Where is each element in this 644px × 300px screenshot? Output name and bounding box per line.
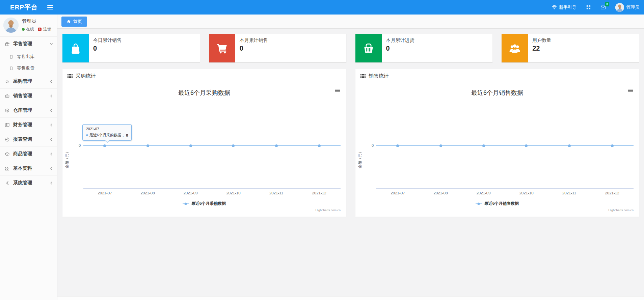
sidebar-item-warehouse[interactable]: 仓库管理 <box>0 103 57 117</box>
sidebar-item-label: 基本资料 <box>13 165 32 171</box>
box-icon <box>4 152 10 157</box>
sidebar-username: 管理员 <box>22 18 51 24</box>
sidebar-item-system[interactable]: 系统管理 <box>0 175 57 190</box>
highcharts-credit[interactable]: Highcharts.com.cn <box>608 209 634 212</box>
data-point[interactable] <box>568 144 571 147</box>
sales-stats-panel: 销售统计 最近6个月销售数据 金额（元） 0 <box>355 69 639 217</box>
purchase-stats-panel: 采购统计 最近6个月采购数据 金额（元） 0 <box>62 69 346 217</box>
repeat-icon <box>4 79 10 84</box>
grid-icon <box>4 166 10 171</box>
tab-home[interactable]: 首页 <box>61 17 87 27</box>
stat-value: 0 <box>240 45 268 52</box>
legend-item-sales[interactable]: 最近6个月销售数据 <box>355 201 639 207</box>
layers-icon <box>4 108 10 113</box>
data-point[interactable] <box>275 144 278 147</box>
sidebar-item-reports[interactable]: 报表查询 <box>0 132 57 146</box>
sidebar-item-label: 报表查询 <box>13 136 32 142</box>
x-tick-label: 2021-07 <box>391 191 405 195</box>
data-point[interactable] <box>318 144 321 147</box>
file-icon <box>8 55 14 59</box>
online-status-label: 在线 <box>26 26 34 32</box>
x-tick-label: 2021-10 <box>226 191 240 195</box>
sidebar-item-label: 系统管理 <box>13 180 32 186</box>
fullscreen-button[interactable] <box>581 0 596 15</box>
data-point[interactable] <box>439 144 442 147</box>
sidebar-item-label: 商品管理 <box>13 151 32 157</box>
legend-marker <box>183 203 189 204</box>
sidebar-subitem-label: 零售出库 <box>17 54 34 60</box>
th-grid-icon <box>360 74 366 78</box>
series-marker-dot <box>86 134 88 136</box>
online-status-dot <box>22 28 25 31</box>
y-axis-title: 金额（元） <box>357 150 363 168</box>
chevron-left-icon <box>50 138 53 141</box>
stat-label: 用户数量 <box>532 37 551 44</box>
guide-label: 新手引导 <box>559 4 576 10</box>
sidebar-item-basic-data[interactable]: 基本资料 <box>0 161 57 175</box>
data-point[interactable] <box>482 144 485 147</box>
data-point[interactable] <box>189 144 192 147</box>
tabs-bar: 首页 <box>57 15 644 29</box>
panel-title: 销售统计 <box>369 73 389 79</box>
stat-card-today-sales[interactable]: 今日累计销售 0 <box>62 34 200 62</box>
chevron-left-icon <box>50 181 53 185</box>
sidebar-subitem-retail-return[interactable]: 零售退货 <box>0 62 57 74</box>
highcharts-credit[interactable]: Highcharts.com.cn <box>315 209 341 212</box>
sidebar-item-finance[interactable]: 财务管理 <box>0 117 57 132</box>
shopping-cart-icon <box>216 42 229 55</box>
stat-card-month-purchase[interactable]: 本月累计进货 0 <box>355 34 493 62</box>
logout-link[interactable]: 注销 <box>43 26 51 32</box>
data-point[interactable] <box>525 144 528 147</box>
panel-title: 采购统计 <box>76 73 96 79</box>
tooltip-series-name: 最近6个月采购数据 <box>89 133 121 138</box>
sidebar-item-label: 零售管理 <box>13 41 32 47</box>
x-tick-label: 2021-08 <box>433 191 448 195</box>
mail-button[interactable]: 0 <box>596 0 611 15</box>
stat-card-month-sales[interactable]: 本月累计销售 0 <box>209 34 346 62</box>
guide-link[interactable]: 新手引导 <box>547 0 581 15</box>
briefcase-icon <box>4 93 10 99</box>
data-point[interactable] <box>232 144 235 147</box>
top-navbar: ERP平台 新手引导 0 管理员 <box>0 0 644 15</box>
sidebar-toggle-button[interactable] <box>44 3 56 12</box>
x-tick-label: 2021-12 <box>312 191 326 195</box>
data-point[interactable] <box>146 144 149 147</box>
stat-value: 0 <box>93 45 122 52</box>
sidebar-user-panel: 管理员 在线 注销 <box>0 15 57 36</box>
x-tick-label: 2021-11 <box>269 191 283 195</box>
fullscreen-icon <box>586 5 591 10</box>
pie-chart-icon <box>4 137 10 142</box>
y-axis-tick: 0 <box>62 143 81 147</box>
avatar <box>3 18 19 33</box>
stat-card-user-count[interactable]: 用户数量 22 <box>502 34 639 62</box>
y-axis-title: 金额（元） <box>64 150 70 168</box>
legend-item-purchase[interactable]: 最近6个月采购数据 <box>62 201 346 207</box>
stat-value: 0 <box>386 45 414 52</box>
data-point[interactable] <box>103 144 106 147</box>
basket-icon <box>362 42 375 55</box>
sidebar-item-label: 销售管理 <box>13 93 32 99</box>
home-icon <box>66 19 71 24</box>
sidebar-item-sales[interactable]: 销售管理 <box>0 88 57 103</box>
stat-label: 今日累计销售 <box>93 37 122 44</box>
x-tick-label: 2021-07 <box>98 191 112 195</box>
data-point[interactable] <box>611 144 614 147</box>
tab-home-label: 首页 <box>73 19 82 25</box>
sidebar-subitem-label: 零售退货 <box>17 65 34 71</box>
mail-badge: 0 <box>605 2 609 6</box>
sidebar-item-goods[interactable]: 商品管理 <box>0 146 57 161</box>
x-tick-label: 2021-09 <box>476 191 490 195</box>
chevron-left-icon <box>50 109 53 112</box>
series-line <box>83 145 341 146</box>
sidebar: 管理员 在线 注销 零售管理 <box>0 15 57 300</box>
sidebar-item-retail[interactable]: 零售管理 <box>0 36 57 51</box>
page-content: 今日累计销售 0 本月累计销售 0 <box>57 29 644 297</box>
sidebar-item-purchase[interactable]: 采购管理 <box>0 74 57 88</box>
stat-value: 22 <box>532 45 551 52</box>
sidebar-subitem-retail-outbound[interactable]: 零售出库 <box>0 51 57 62</box>
sidebar-item-label: 仓库管理 <box>13 107 32 113</box>
legend-label: 最近6个月销售数据 <box>484 201 519 207</box>
user-menu[interactable]: 管理员 <box>611 0 644 15</box>
data-point[interactable] <box>396 144 399 147</box>
x-tick-label: 2021-10 <box>519 191 533 195</box>
